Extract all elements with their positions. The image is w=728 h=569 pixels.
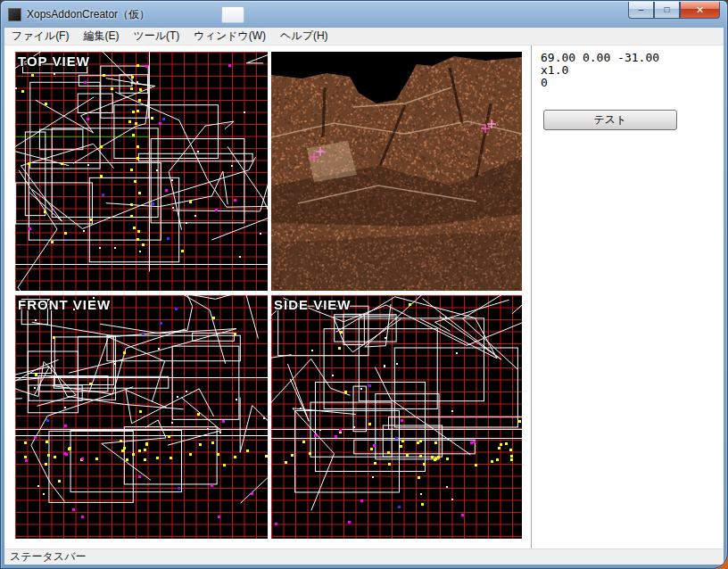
app-window: XopsAddonCreator（仮） – □ ✕ ファイル(F) 編集(E) … bbox=[0, 0, 728, 569]
minimize-button[interactable]: – bbox=[628, 2, 654, 19]
app-icon bbox=[8, 8, 21, 21]
titlebar-artifact bbox=[221, 6, 244, 23]
info-panel: 69.00 0.00 -31.00 x1.0 0 bbox=[541, 52, 722, 89]
zoom-level: x1.0 bbox=[541, 64, 722, 77]
menu-window[interactable]: ウィンドウ(W) bbox=[186, 27, 273, 45]
side-view-label: SIDE VIEW bbox=[274, 297, 352, 312]
panel-separator bbox=[531, 45, 533, 551]
menubar: ファイル(F) 編集(E) ツール(T) ウィンドウ(W) ヘルプ(H) bbox=[4, 28, 724, 45]
side-viewport: SIDE VIEW bbox=[271, 295, 522, 539]
menu-help[interactable]: ヘルプ(H) bbox=[273, 27, 335, 45]
close-button[interactable]: ✕ bbox=[680, 2, 720, 19]
statusbar: ステータスバー bbox=[4, 549, 724, 565]
front-view-canvas[interactable] bbox=[15, 295, 268, 539]
menu-tools[interactable]: ツール(T) bbox=[126, 27, 186, 45]
statusbar-text: ステータスバー bbox=[10, 549, 86, 565]
perspective-view-canvas[interactable] bbox=[271, 52, 522, 291]
test-button[interactable]: テスト bbox=[543, 110, 677, 130]
front-viewport: FRONT VIEW bbox=[15, 295, 268, 539]
menu-edit[interactable]: 編集(E) bbox=[76, 27, 126, 45]
perspective-viewport bbox=[271, 52, 522, 291]
titlebar[interactable]: XopsAddonCreator（仮） – □ ✕ bbox=[1, 1, 727, 28]
window-title: XopsAddonCreator（仮） bbox=[27, 7, 150, 22]
window-controls: – □ ✕ bbox=[628, 2, 720, 19]
top-view-canvas[interactable] bbox=[15, 52, 268, 291]
menu-file[interactable]: ファイル(F) bbox=[4, 27, 76, 45]
camera-coordinates: 69.00 0.00 -31.00 bbox=[541, 52, 722, 64]
maximize-button[interactable]: □ bbox=[654, 2, 680, 19]
object-count: 0 bbox=[541, 77, 722, 89]
front-view-label: FRONT VIEW bbox=[18, 297, 111, 312]
side-view-canvas[interactable] bbox=[271, 295, 522, 539]
client-area: TOP VIEW FRONT VIEW SIDE VIEW 69.00 0.00… bbox=[4, 45, 724, 551]
top-view-label: TOP VIEW bbox=[18, 54, 90, 69]
top-viewport: TOP VIEW bbox=[15, 52, 268, 291]
